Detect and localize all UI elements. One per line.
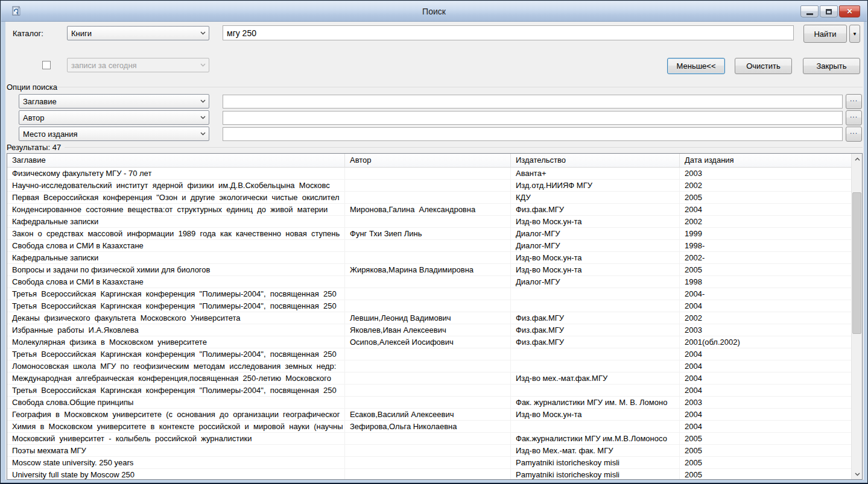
table-cell: 2004 xyxy=(680,385,851,396)
option-more-button-title[interactable]: ... xyxy=(846,94,862,109)
scrollbar-thumb[interactable] xyxy=(852,192,861,334)
table-cell: Ломоносовская школа МГУ по геофизическим… xyxy=(7,360,345,372)
option-field-combobox-author[interactable]: Автор xyxy=(19,110,209,125)
table-row[interactable]: University full state by Moscow 250Pamya… xyxy=(7,469,851,479)
table-row[interactable]: Третья Всероссийская Каргинская конферен… xyxy=(7,300,851,312)
today-combobox-value: записи за сегодня xyxy=(68,61,197,70)
column-header-author[interactable]: Автор xyxy=(345,154,511,167)
table-row[interactable]: Вопросы и задачи по физической химии для… xyxy=(7,264,851,276)
table-cell: Научно-исследовательский институт ядерно… xyxy=(7,180,345,191)
table-cell: Изд.отд.НИИЯФ МГУ xyxy=(511,180,680,191)
table-cell: Диалог-МГУ xyxy=(511,276,680,288)
table-row[interactable]: Свобода слова.Общие принципыФак. журнали… xyxy=(7,397,851,409)
option-value-input-title[interactable] xyxy=(223,95,843,108)
table-row[interactable]: Свобода слова и СМИ в КазахстанеДиалог-М… xyxy=(7,240,851,252)
table-cell xyxy=(511,288,680,300)
title-bar[interactable]: Поиск ✕ xyxy=(1,1,867,22)
table-cell: Физ.фак.МГУ xyxy=(511,204,680,215)
option-field-combobox-place[interactable]: Место издания xyxy=(19,127,209,141)
chevron-down-icon xyxy=(197,127,209,140)
scroll-up-button[interactable] xyxy=(852,154,863,164)
table-cell: Избранные работы И.А.Яковлева xyxy=(7,324,345,336)
today-checkbox[interactable] xyxy=(42,61,51,69)
table-row[interactable]: Третья Всероссийская Каргинская конферен… xyxy=(7,288,851,300)
option-more-button-author[interactable]: ... xyxy=(846,110,862,125)
table-cell xyxy=(345,397,511,408)
table-row[interactable]: Деканы физического факультета Московског… xyxy=(7,312,851,324)
search-input[interactable] xyxy=(223,25,794,40)
table-row[interactable]: Первая Всероссийская конференция "Озон и… xyxy=(7,192,851,204)
table-cell xyxy=(345,288,511,300)
results-group-line xyxy=(65,147,863,148)
table-row[interactable]: География в Московском университете (с о… xyxy=(7,409,851,421)
close-window-button[interactable]: ✕ xyxy=(839,5,860,17)
table-cell xyxy=(345,252,511,263)
table-cell: 2005 xyxy=(680,445,851,456)
table-cell: Изд-во мех.-мат.фак.МГУ xyxy=(511,372,680,384)
table-row[interactable]: Свобода слова и СМИ в КазахстанеДиалог-М… xyxy=(7,276,851,288)
less-button[interactable]: Меньше<< xyxy=(667,58,725,74)
table-row[interactable]: Научно-исследовательский институт ядерно… xyxy=(7,180,851,192)
option-field-combobox-title[interactable]: Заглавие xyxy=(19,94,209,108)
table-cell xyxy=(345,276,511,288)
table-row[interactable]: Избранные работы И.А.ЯковлеваЯковлев,Ива… xyxy=(7,324,851,336)
table-cell xyxy=(345,385,511,396)
find-button[interactable]: Найти xyxy=(803,25,847,43)
column-header-title[interactable]: Заглавие xyxy=(7,154,345,167)
table-cell xyxy=(345,180,511,191)
table-cell xyxy=(345,445,511,456)
client-area: Каталог: Книги Найти ▼ записи за сегодня… xyxy=(5,22,864,480)
table-row[interactable]: Закон о средствах массовой информации 19… xyxy=(7,228,851,240)
catalog-combobox[interactable]: Книги xyxy=(67,26,209,40)
table-cell: 2004 xyxy=(680,204,851,215)
table-cell: 2004 xyxy=(680,409,851,420)
chevron-down-icon xyxy=(855,473,860,476)
table-cell xyxy=(345,457,511,468)
clear-button[interactable]: Очистить xyxy=(735,58,792,74)
table-cell: 2005 xyxy=(680,433,851,444)
maximize-button[interactable] xyxy=(820,5,838,17)
table-row[interactable]: Кафедральные запискиИзд-во Моск.ун-та200… xyxy=(7,216,851,228)
close-button[interactable]: Закрыть xyxy=(803,58,860,74)
option-more-button-place[interactable]: ... xyxy=(846,127,862,142)
column-header-date[interactable]: Дата издания xyxy=(680,154,862,167)
today-combobox: записи за сегодня xyxy=(67,58,209,72)
column-header-publisher[interactable]: Издательство xyxy=(511,154,680,167)
option-value-input-place[interactable] xyxy=(223,127,843,141)
chevron-down-icon xyxy=(197,58,209,72)
table-cell: Фунг Тхи Зиеп Линь xyxy=(345,228,511,239)
results-body: Физическому факультету МГУ - 70 летАвант… xyxy=(7,168,851,479)
table-cell: 2004 xyxy=(680,348,851,360)
table-cell: 2002 xyxy=(680,180,851,191)
table-cell: 1999 xyxy=(680,228,851,239)
table-row[interactable]: Третья Всероссийская Каргинская конферен… xyxy=(7,385,851,397)
table-row[interactable]: Поэты мехмата МГУИзд-во Мех.-мат. фак. М… xyxy=(7,445,851,457)
table-cell xyxy=(345,300,511,312)
table-cell xyxy=(511,300,680,312)
table-cell: Физ.фак.МГУ xyxy=(511,324,680,336)
option-field-value: Место издания xyxy=(19,130,197,139)
table-row[interactable]: Кафедральные запискиИзд-во Моск.ун-та200… xyxy=(7,252,851,264)
option-field-value: Заглавие xyxy=(19,97,197,106)
table-cell: Изд-во Моск.ун-та xyxy=(511,252,680,263)
table-row[interactable]: Третья Всероссийская Каргинская конферен… xyxy=(7,348,851,360)
table-cell: Изд-во Мех.-мат. фак. МГУ xyxy=(511,445,680,456)
scroll-down-button[interactable] xyxy=(852,469,863,479)
table-cell: Осипов,Алексей Иосифович xyxy=(345,336,511,348)
table-row[interactable]: Moscow state university. 250 yearsPamyat… xyxy=(7,457,851,469)
table-row[interactable]: Химия в Московском университете в контек… xyxy=(7,421,851,433)
option-value-input-author[interactable] xyxy=(223,111,843,125)
vertical-scrollbar[interactable] xyxy=(851,154,862,479)
table-cell: Физ.фак.МГУ xyxy=(511,312,680,324)
table-row[interactable]: Физическому факультету МГУ - 70 летАвант… xyxy=(7,168,851,180)
table-row[interactable]: Молекулярная физика в Московском универс… xyxy=(7,336,851,348)
find-dropdown-button[interactable]: ▼ xyxy=(849,25,860,43)
table-cell xyxy=(345,192,511,203)
table-cell: Зефирова,Ольга Николаевна xyxy=(345,421,511,432)
table-row[interactable]: Московский университет - колыбель россий… xyxy=(7,433,851,445)
table-row[interactable]: Международная алгебраическая конференция… xyxy=(7,372,851,385)
options-group-line xyxy=(57,87,863,87)
minimize-button[interactable] xyxy=(800,5,819,17)
table-row[interactable]: Конденсированное состояние вещества:от с… xyxy=(7,204,851,216)
table-row[interactable]: Ломоносовская школа МГУ по геофизическим… xyxy=(7,360,851,372)
